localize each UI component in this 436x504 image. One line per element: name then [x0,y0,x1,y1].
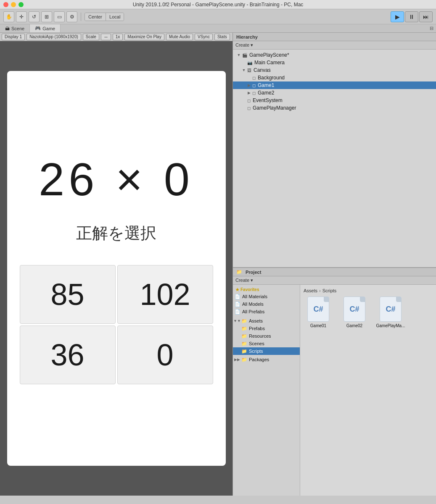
sidebar-item-all-materials[interactable]: 📄 All Materials [233,293,300,300]
step-button[interactable]: ⏭ [419,11,433,22]
close-button[interactable] [3,2,8,7]
mute-audio[interactable]: Mute Audio [166,34,193,40]
background-label: Background [258,75,285,81]
gameplay-manager-label: GamePlayManager [253,105,296,111]
breadcrumb-sep: › [319,288,321,293]
stats[interactable]: Stats [214,34,230,40]
instruction-text: 正解を選択 [76,223,156,244]
sidebar-item-all-models[interactable]: 📄 All Models [233,300,300,308]
answer-btn-3[interactable]: 0 [117,326,213,384]
sidebar-item-packages[interactable]: ▶ 📁 Packages [233,356,300,363]
sidebar-item-resources[interactable]: 📁 Resources [233,332,300,340]
tree-item-game1[interactable]: ◻ Game1 [233,81,436,89]
tree-item-event-system[interactable]: ◻ EventSystem [233,97,436,104]
tab-scene[interactable]: 🏔 Scene [0,24,30,32]
resolution-selector[interactable]: NazotokiApp (1080x1920) [26,34,81,40]
breadcrumb-scripts[interactable]: Scripts [322,288,337,293]
hierarchy-header: Hierarchy [233,33,436,41]
pause-button[interactable]: ⏸ [405,11,418,22]
arrow-game2 [246,91,251,95]
local-button[interactable]: Local [106,13,124,21]
file-item-gameplaymgr[interactable]: C# GamePlayMa... [376,297,405,328]
game-panel: Display 1 NazotokiApp (1080x1920) Scale … [0,33,233,496]
tab-game[interactable]: 🎮 Game [30,24,61,32]
tree-item-gameplay-manager[interactable]: ◻ GamePlayManager [233,104,436,112]
transform-tool[interactable]: ⚙ [66,11,77,22]
canvas-label: Canvas [254,67,271,73]
move-tool[interactable]: ✛ [16,11,27,22]
scene-icon: 🎬 [242,53,247,58]
folder-icon-amod: 📄 [235,302,240,307]
obj-icon-g2: ◻ [252,91,256,95]
minimize-button[interactable] [11,2,16,7]
sidebar-item-prefabs[interactable]: 📁 Prefabs [233,325,300,332]
folder-icon-packages: 📁 [241,357,247,362]
tree-item-game2[interactable]: ◻ Game2 [233,89,436,97]
window-title: Unity 2019.1.0f2 Personal - GamePlayScen… [133,2,304,8]
project-sidebar: ★ Favorites 📄 All Materials 📄 All Models… [233,285,300,496]
arrow-canvas [241,68,246,72]
canvas-icon: 🖼 [247,68,251,73]
maximize-on-play[interactable]: Maximize On Play [124,34,164,40]
sidebar-item-all-prefabs[interactable]: 📄 All Prefabs [233,308,300,315]
tree-item-background[interactable]: ◻ Background [233,74,436,81]
breadcrumb: Assets › Scripts [304,288,433,293]
hand-tool[interactable]: ✋ [3,11,14,22]
packages-label: Packages [249,357,269,362]
sidebar-item-scripts[interactable]: 📁 Scripts [233,347,300,355]
math-problem: 26 × 0 [39,152,194,206]
answer-btn-2[interactable]: 36 [20,326,116,384]
pivot-group: Center Local [85,13,124,21]
tree-item-main-camera[interactable]: 📷 Main Camera [233,59,436,66]
file-item-game02[interactable]: C# Game02 [340,297,369,328]
scale-slider[interactable]: ⸺ [101,34,111,40]
file-item-game01[interactable]: C# Game01 [304,297,333,328]
obj-icon-g1: ◻ [252,83,256,88]
vsync[interactable]: VSync [195,34,213,40]
arrow-packages: ▶ [235,357,240,362]
project-panel: 📁 Project Create ▾ ★ Favorites 📄 All Mat… [233,268,436,496]
panel-collapse[interactable]: ⊟ [427,24,436,32]
project-title: Project [246,270,261,275]
gameplay-scene-label: GamePlayScene* [249,52,289,58]
maximize-button[interactable] [18,2,24,7]
folder-icon-am: 📄 [235,294,240,299]
scale-tool[interactable]: ⊞ [41,11,52,22]
hierarchy-create-btn[interactable]: Create ▾ [235,42,253,48]
sidebar-item-assets[interactable]: ▼ 📁 Assets [233,317,300,325]
file-label-game01: Game01 [310,323,326,328]
right-panel: Hierarchy Create ▾ 🎬 GamePlayScene* 📷 Ma… [233,33,436,496]
cs-icon-game01: C# [307,297,329,322]
main-camera-label: Main Camera [254,60,285,66]
answer-btn-1[interactable]: 102 [117,265,213,324]
play-button[interactable]: ▶ [391,11,404,22]
tree-item-canvas[interactable]: 🖼 Canvas [233,66,436,74]
game2-label: Game2 [258,90,274,96]
obj-icon-bg: ◻ [252,76,256,80]
separator-1 [81,13,81,21]
project-header: 📁 Project [233,268,436,276]
tree-item-gameplay-scene[interactable]: 🎬 GamePlayScene* [233,51,436,59]
rect-tool[interactable]: ▭ [54,11,65,22]
project-create-btn[interactable]: Create ▾ [235,278,253,283]
editor-tabs: 🏔 Scene 🎮 Game ⊟ [0,24,436,33]
project-icon: 📁 [236,269,242,275]
sidebar-item-scenes[interactable]: 📁 Scenes [233,340,300,347]
rotate-tool[interactable]: ↺ [29,11,40,22]
star-icon: ★ [235,287,239,292]
breadcrumb-assets[interactable]: Assets [304,288,317,293]
folder-icon-scenes: 📁 [241,341,247,346]
hierarchy-panel: Hierarchy Create ▾ 🎬 GamePlayScene* 📷 Ma… [233,33,436,268]
answer-btn-0[interactable]: 85 [20,265,116,324]
hierarchy-content: 🎬 GamePlayScene* 📷 Main Camera 🖼 Canvas [233,50,436,267]
favorites-label-text: Favorites [240,287,259,292]
file-grid: C# Game01 C# Game02 C# GamePlayMa... [304,297,433,328]
arrow-assets: ▼ [235,319,240,323]
favorites-header: ★ Favorites [233,286,300,293]
cs-icon-gameplaymgr: C# [380,297,402,322]
display-selector[interactable]: Display 1 [2,34,25,40]
play-controls: ▶ ⏸ ⏭ [391,11,433,22]
project-main-area: Assets › Scripts C# Game01 C# Game02 [300,285,436,496]
center-button[interactable]: Center [85,13,106,21]
obj-icon-gpm: ◻ [247,106,251,110]
